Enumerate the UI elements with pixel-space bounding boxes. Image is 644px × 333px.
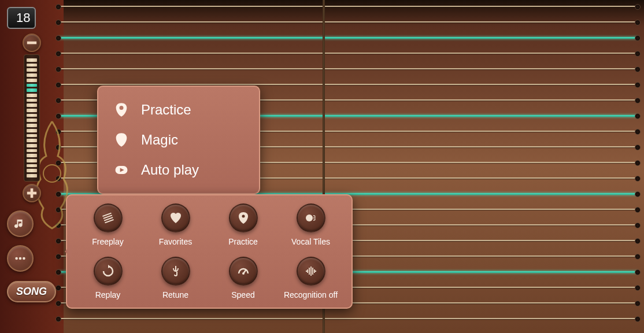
plus-button[interactable] [23, 184, 41, 202]
slider-track[interactable] [24, 54, 40, 182]
minus-button[interactable] [23, 34, 41, 52]
slider-tick [27, 88, 37, 92]
slider-tick [27, 139, 37, 142]
tool-recognition[interactable]: Recognition off [280, 257, 341, 299]
string-5[interactable] [58, 84, 638, 85]
tool-freeplay[interactable]: Freeplay [77, 204, 138, 246]
tool-label: Freeplay [92, 237, 123, 246]
slider-tick [27, 79, 37, 82]
menu-item-autoplay[interactable]: Auto play [109, 155, 249, 185]
slider-tick [27, 114, 37, 117]
tool-label: Replay [95, 290, 121, 299]
music-note-icon [14, 217, 27, 230]
plus-icon [24, 185, 40, 201]
slider-tick [27, 84, 37, 87]
tool-label: Recognition off [284, 290, 338, 299]
replay-icon [101, 264, 115, 278]
music-button[interactable] [7, 210, 34, 237]
vocal-icon [304, 211, 318, 225]
more-button[interactable] [7, 245, 34, 272]
slider-tick [27, 103, 37, 107]
heart-icon [169, 211, 183, 225]
string-3[interactable] [58, 53, 638, 54]
string-20[interactable] [58, 318, 638, 319]
slider-tick [27, 134, 37, 138]
slider-tick [27, 124, 37, 127]
menu-label: Magic [141, 132, 178, 148]
tool-label: Speed [231, 290, 254, 299]
left-controls: 18 SONG [7, 7, 56, 302]
play-icon [113, 162, 129, 178]
speed-icon [236, 264, 250, 278]
retune-icon [169, 264, 183, 278]
slider-tick [27, 94, 37, 97]
string-2[interactable] [58, 37, 638, 39]
tool-label: Retune [162, 290, 188, 299]
svg-point-8 [242, 215, 245, 218]
slider-tick [27, 149, 37, 153]
string-1[interactable] [58, 21, 638, 23]
menu-label: Practice [141, 102, 191, 118]
tool-label: Vocal Tiles [291, 237, 330, 246]
slider-tick [27, 159, 37, 162]
slider-tick [27, 144, 37, 147]
svg-point-5 [19, 257, 22, 260]
svg-point-9 [306, 214, 313, 221]
menu-label: Auto play [141, 162, 199, 178]
minus-icon [24, 35, 40, 51]
scroll-slider [7, 34, 56, 202]
tool-label: Favorites [159, 237, 193, 246]
tool-vocal-tiles[interactable]: Vocal Tiles [280, 204, 341, 246]
slider-tick [27, 68, 37, 72]
tool-practice[interactable]: Practice [213, 204, 273, 246]
svg-rect-1 [27, 42, 36, 45]
slider-tick [27, 129, 37, 132]
slider-tick [27, 64, 37, 67]
tool-favorites[interactable]: Favorites [145, 204, 206, 246]
slider-tick [27, 119, 37, 122]
slider-tick [27, 58, 37, 62]
tool-speed[interactable]: Speed [213, 257, 273, 299]
freeplay-icon [101, 211, 115, 225]
menu-item-practice[interactable]: Practice [109, 95, 249, 125]
svg-point-4 [15, 257, 18, 260]
slider-tick [27, 169, 37, 172]
magic-pick-icon [113, 132, 129, 148]
string-4[interactable] [58, 68, 638, 69]
svg-rect-3 [30, 188, 33, 198]
slider-tick [27, 164, 37, 168]
tool-replay[interactable]: Replay [77, 257, 138, 299]
slider-tick [27, 174, 37, 177]
tools-menu: Freeplay Favorites Practice Vocal Tiles … [66, 194, 353, 309]
menu-item-magic[interactable]: Magic [109, 125, 249, 155]
svg-point-6 [23, 257, 25, 260]
tool-label: Practice [228, 237, 258, 246]
string-0[interactable] [58, 6, 638, 7]
svg-point-10 [242, 272, 245, 275]
song-button[interactable]: SONG [7, 281, 56, 302]
slider-tick [27, 99, 37, 102]
string-counter: 18 [7, 7, 36, 29]
practice-icon [236, 211, 250, 225]
slider-tick [27, 109, 37, 112]
more-dots-icon [14, 252, 27, 265]
slider-tick [27, 154, 37, 157]
tool-retune[interactable]: Retune [145, 257, 206, 299]
waveform-icon [304, 264, 318, 278]
mode-menu: Practice Magic Auto play [97, 86, 260, 194]
pick-icon [113, 102, 129, 118]
slider-tick [27, 73, 37, 77]
